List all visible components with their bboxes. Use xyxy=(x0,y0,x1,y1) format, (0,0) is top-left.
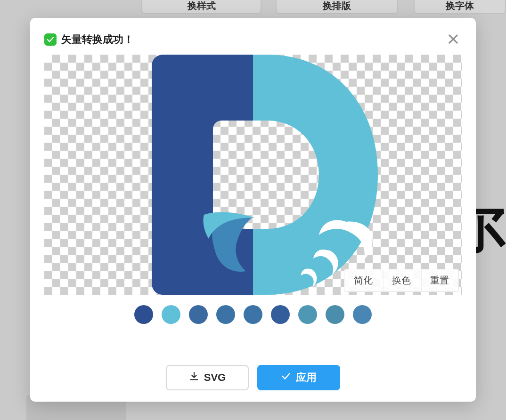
color-swatch-3[interactable] xyxy=(216,305,235,324)
color-swatch-8[interactable] xyxy=(353,305,372,324)
check-icon xyxy=(281,371,291,384)
apply-button[interactable]: 应用 xyxy=(257,365,340,390)
preview-canvas[interactable]: 简化 换色 重置 xyxy=(44,55,462,295)
close-button[interactable] xyxy=(445,31,462,48)
success-check-icon xyxy=(44,33,57,46)
color-swatch-6[interactable] xyxy=(298,305,317,324)
modal-footer: SVG 应用 xyxy=(44,349,462,390)
color-swatch-1[interactable] xyxy=(162,305,180,324)
vector-success-modal: 矢量转换成功！ 简化 xyxy=(30,18,476,402)
color-swatch-2[interactable] xyxy=(189,305,208,324)
canvas-toolbar: 简化 换色 重置 xyxy=(344,269,459,292)
color-swatch-5[interactable] xyxy=(271,305,290,324)
close-icon xyxy=(447,32,460,47)
recolor-button[interactable]: 换色 xyxy=(383,270,419,291)
modal-title-wrap: 矢量转换成功！ xyxy=(44,32,134,47)
modal-header: 矢量转换成功！ xyxy=(44,31,462,48)
download-icon xyxy=(189,371,199,384)
color-swatch-0[interactable] xyxy=(134,305,153,324)
vector-preview-graphic xyxy=(112,52,394,297)
apply-label: 应用 xyxy=(296,371,317,385)
reset-button[interactable]: 重置 xyxy=(421,270,457,291)
download-svg-button[interactable]: SVG xyxy=(166,365,249,390)
simplify-button[interactable]: 简化 xyxy=(345,270,381,291)
color-swatch-7[interactable] xyxy=(326,305,344,324)
color-swatch-4[interactable] xyxy=(244,305,262,324)
modal-title: 矢量转换成功！ xyxy=(61,32,134,47)
color-swatch-row xyxy=(44,305,462,324)
download-svg-label: SVG xyxy=(204,372,226,384)
